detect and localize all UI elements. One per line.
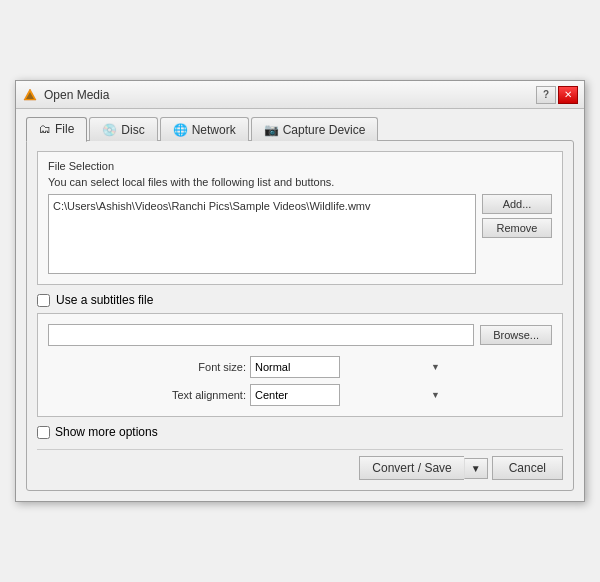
file-buttons: Add... Remove: [482, 194, 552, 238]
title-bar-left: Open Media: [22, 87, 109, 103]
file-list-box[interactable]: C:\Users\Ashish\Videos\Ranchi Pics\Sampl…: [48, 194, 476, 274]
tab-capture-label: Capture Device: [283, 123, 366, 137]
add-button[interactable]: Add...: [482, 194, 552, 214]
main-panel: File Selection You can select local file…: [26, 140, 574, 491]
subtitle-browse-button[interactable]: Browse...: [480, 325, 552, 345]
subtitle-options-grid: Font size: Smaller Small Normal Large La…: [48, 356, 552, 406]
file-section-desc: You can select local files with the foll…: [48, 176, 552, 188]
tab-disc-label: Disc: [121, 123, 144, 137]
file-selection-section: File Selection You can select local file…: [37, 151, 563, 285]
subtitle-file-input[interactable]: [48, 324, 474, 346]
tab-network[interactable]: 🌐 Network: [160, 117, 249, 141]
file-section-title: File Selection: [48, 160, 552, 172]
font-size-label: Font size:: [68, 361, 246, 373]
font-size-arrow-icon: ▼: [431, 362, 440, 372]
divider: [37, 449, 563, 450]
bottom-buttons: Convert / Save ▼ Cancel: [37, 456, 563, 480]
disc-icon: 💿: [102, 123, 117, 137]
font-size-select[interactable]: Smaller Small Normal Large Larger: [250, 356, 340, 378]
text-align-label: Text alignment:: [68, 389, 246, 401]
text-align-select[interactable]: Left Center Right: [250, 384, 340, 406]
file-list-item: C:\Users\Ashish\Videos\Ranchi Pics\Sampl…: [53, 199, 471, 214]
show-more-checkbox[interactable]: [37, 426, 50, 439]
cancel-button[interactable]: Cancel: [492, 456, 563, 480]
tab-capture[interactable]: 📷 Capture Device: [251, 117, 379, 141]
network-icon: 🌐: [173, 123, 188, 137]
text-align-arrow-icon: ▼: [431, 390, 440, 400]
font-size-select-wrapper: Smaller Small Normal Large Larger ▼: [250, 356, 444, 378]
show-more-row: Show more options: [37, 425, 563, 439]
window-body: 🗂 File 💿 Disc 🌐 Network 📷 Capture Device…: [16, 109, 584, 501]
vlc-icon: [22, 87, 38, 103]
convert-save-button[interactable]: Convert / Save: [359, 456, 463, 480]
convert-save-dropdown-button[interactable]: ▼: [464, 458, 488, 479]
tab-network-label: Network: [192, 123, 236, 137]
show-more-label: Show more options: [55, 425, 158, 439]
tab-file[interactable]: 🗂 File: [26, 117, 87, 142]
close-button[interactable]: ✕: [558, 86, 578, 104]
help-button[interactable]: ?: [536, 86, 556, 104]
subtitle-browse-row: Browse...: [48, 324, 552, 346]
remove-button[interactable]: Remove: [482, 218, 552, 238]
subtitle-checkbox-label: Use a subtitles file: [56, 293, 153, 307]
title-bar: Open Media ? ✕: [16, 81, 584, 109]
text-align-select-wrapper: Left Center Right ▼: [250, 384, 444, 406]
open-media-window: Open Media ? ✕ 🗂 File 💿 Disc 🌐 Network 📷: [15, 80, 585, 502]
title-bar-buttons: ? ✕: [536, 86, 578, 104]
folder-icon: 🗂: [39, 122, 51, 136]
subtitle-checkbox-row: Use a subtitles file: [37, 293, 563, 307]
tab-disc[interactable]: 💿 Disc: [89, 117, 157, 141]
convert-save-button-group: Convert / Save ▼: [359, 456, 487, 480]
window-title: Open Media: [44, 88, 109, 102]
capture-icon: 📷: [264, 123, 279, 137]
subtitle-section: Browse... Font size: Smaller Small Norma…: [37, 313, 563, 417]
tab-bar: 🗂 File 💿 Disc 🌐 Network 📷 Capture Device: [26, 117, 574, 141]
tab-file-label: File: [55, 122, 74, 136]
subtitle-checkbox[interactable]: [37, 294, 50, 307]
file-area: C:\Users\Ashish\Videos\Ranchi Pics\Sampl…: [48, 194, 552, 274]
